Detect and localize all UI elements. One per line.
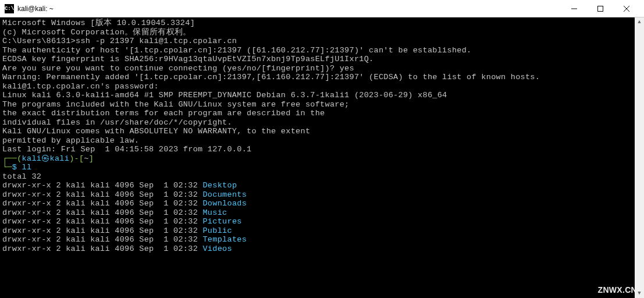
directory-name: Videos <box>202 244 232 253</box>
ls-row: drwxr-xr-x 2 kali kali 4096 Sep 1 02:32 … <box>2 190 642 200</box>
ls-row: drwxr-xr-x 2 kali kali 4096 Sep 1 02:32 … <box>2 217 642 226</box>
directory-name: Downloads <box>202 199 247 208</box>
terminal-line: the exact distribution terms for each pr… <box>2 109 642 118</box>
directory-name: Documents <box>202 190 247 199</box>
terminal-line: Kali GNU/Linux comes with ABSOLUTELY NO … <box>2 127 642 136</box>
scroll-track[interactable] <box>635 27 644 289</box>
terminal-line: Are you sure you want to continue connec… <box>2 64 642 73</box>
terminal-line: permitted by applicable law. <box>2 136 642 146</box>
terminal-line: The programs included with the Kali GNU/… <box>2 100 642 109</box>
titlebar: C:\ kali@kali: ~ <box>0 0 644 17</box>
ls-row: drwxr-xr-x 2 kali kali 4096 Sep 1 02:32 … <box>2 208 642 218</box>
terminal-line: individual files in /usr/share/doc/*/cop… <box>2 118 642 127</box>
maximize-button[interactable] <box>587 0 613 17</box>
directory-name: Music <box>202 208 227 217</box>
terminal-line: The authenticity of host '[1.tcp.cpolar.… <box>2 46 642 55</box>
close-button[interactable] <box>613 0 639 17</box>
ls-row: drwxr-xr-x 2 kali kali 4096 Sep 1 02:32 … <box>2 226 642 236</box>
terminal-line: (c) Microsoft Corporation。保留所有权利。 <box>2 28 642 37</box>
scroll-down-arrow[interactable]: ▼ <box>635 289 644 298</box>
directory-name: Public <box>202 226 232 235</box>
kali-prompt-line2: └─$ ll <box>2 163 642 172</box>
ls-row: drwxr-xr-x 2 kali kali 4096 Sep 1 02:32 … <box>2 199 642 208</box>
terminal-line: Linux kali 6.3.0-kali1-amd64 #1 SMP PREE… <box>2 91 642 100</box>
terminal-line: Microsoft Windows [版本 10.0.19045.3324] <box>2 19 642 28</box>
svg-rect-1 <box>597 6 603 11</box>
ls-row: drwxr-xr-x 2 kali kali 4096 Sep 1 02:32 … <box>2 235 642 244</box>
window-title: kali@kali: ~ <box>17 5 561 13</box>
kali-prompt-line1: ┌──(kali㉿kali)-[~] <box>2 154 642 164</box>
terminal-line: kali@1.tcp.cpolar.cn's password: <box>2 82 642 91</box>
directory-name: Desktop <box>202 181 237 190</box>
ls-row: drwxr-xr-x 2 kali kali 4096 Sep 1 02:32 … <box>2 244 642 254</box>
terminal-output[interactable]: Microsoft Windows [版本 10.0.19045.3324] (… <box>0 17 644 298</box>
scrollbar[interactable]: ▲ ▼ <box>635 17 644 298</box>
terminal-line: ECDSA key fingerprint is SHA256:r9HVag13… <box>2 55 642 64</box>
watermark: ZNWX.CN <box>598 285 637 295</box>
window-controls <box>561 0 639 17</box>
scroll-up-arrow[interactable]: ▲ <box>635 17 644 27</box>
directory-name: Pictures <box>202 217 241 226</box>
terminal-line: Warning: Permanently added '[1.tcp.cpola… <box>2 73 642 82</box>
minimize-button[interactable] <box>561 0 587 17</box>
directory-name: Templates <box>202 235 247 244</box>
terminal-line: Last login: Fri Sep 1 04:15:58 2023 from… <box>2 145 642 154</box>
terminal-line: C:\Users\86131>ssh -p 21397 kali@1.tcp.c… <box>2 37 642 46</box>
terminal-line: total 32 <box>2 172 642 182</box>
ls-row: drwxr-xr-x 2 kali kali 4096 Sep 1 02:32 … <box>2 181 642 190</box>
cmd-icon: C:\ <box>5 4 14 13</box>
